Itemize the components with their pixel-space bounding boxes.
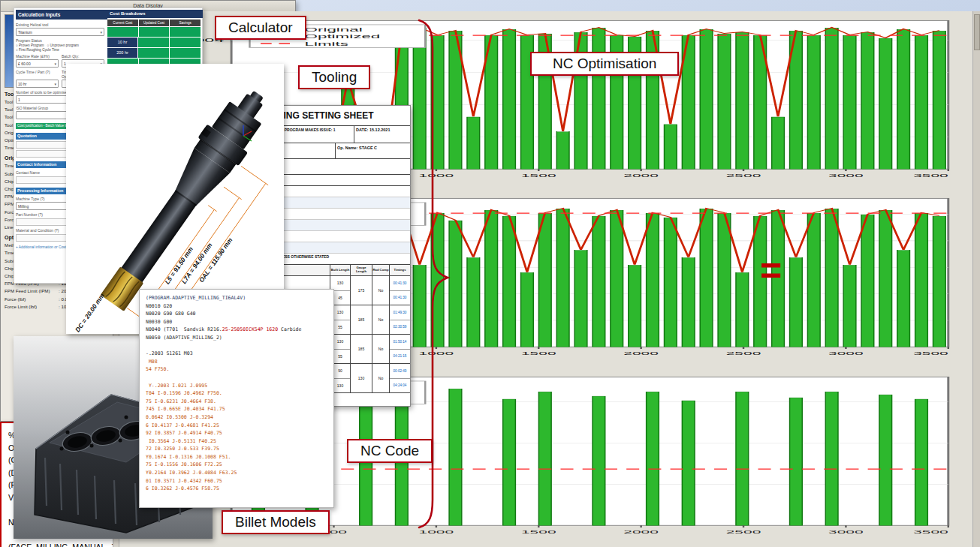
chevron-down-icon: ▾: [54, 82, 56, 86]
code-line: N0020 G90 G80 G40: [146, 310, 327, 318]
cost-table-row: [107, 27, 201, 37]
vertical-scrollbar[interactable]: [972, 11, 980, 547]
cost-cell: [138, 38, 169, 47]
sheet-column-header: Timings: [390, 265, 410, 275]
svg-text:Original: Original: [305, 28, 363, 33]
nc-code-page: (PROGRAM-ADAPTIVE_MILLING_TI6AL4V)N0010 …: [139, 289, 334, 508]
code-line: 92 I0.3857 J-0.4914 F40.75: [146, 429, 327, 437]
code-line: 75 I-0.1556 J0.1606 F72.25: [146, 461, 327, 469]
code-line: I0.3564 J-0.5131 F40.25: [146, 437, 327, 446]
svg-text:3500: 3500: [913, 529, 948, 534]
label-nc-code: NC Code: [347, 439, 433, 463]
cost-cell: [138, 48, 169, 58]
cost-table-row: 200 hr: [107, 48, 201, 58]
form-select[interactable]: Titanium▾: [16, 28, 104, 36]
code-line: Y0.1674 I-0.1316 J0.1008 F51.: [146, 453, 327, 461]
cost-breakdown-header: Cost Breakdown: [107, 10, 203, 18]
svg-text:2000: 2000: [623, 529, 659, 534]
gauge-length-cell: 185: [351, 335, 372, 363]
svg-text:2000: 2000: [623, 173, 659, 178]
code-line: T04 I-0.1596 J0.4962 F750.: [146, 389, 327, 398]
code-line: Y-.2003 I.021 J.0995: [146, 382, 327, 390]
svg-text:2000: 2000: [623, 351, 659, 356]
form-label: Batch Qty:: [62, 54, 104, 59]
gauge-length-cell: 185: [351, 305, 372, 334]
label-billet-models: Billet Models: [222, 510, 330, 534]
cost-cell: [170, 48, 201, 58]
sheet-column-header: Gauge Length: [351, 265, 372, 275]
chevron-down-icon: ▾: [100, 30, 102, 35]
svg-text:1500: 1500: [521, 351, 556, 356]
code-line: M08: [146, 358, 327, 366]
form-label: Cycle Time / Part (?): [16, 70, 59, 79]
form-row: Machine Rate (£/Hr)Batch Qty:: [16, 52, 104, 59]
radio-option[interactable]: ○ First Roughing Cycle Time: [16, 48, 59, 52]
code-line: [146, 374, 327, 382]
svg-text:1500: 1500: [521, 173, 556, 178]
sheet-date: DATE: 15.12.2021: [354, 126, 410, 143]
code-line: N0010 G20: [146, 302, 327, 311]
slide-canvas: Calculation Inputs Cost Breakdown Curren…: [0, 0, 980, 547]
equals-sign: =: [760, 249, 782, 293]
dim-dc: DC = 20.00 mm: [74, 292, 106, 334]
svg-text:3500: 3500: [913, 351, 948, 356]
code-line: [146, 342, 327, 350]
sheet-column-header: Built Length: [330, 265, 351, 275]
form-select[interactable]: £ 60.00▾: [16, 59, 59, 68]
form-label: Program Status: [16, 38, 104, 43]
timings-cell: 00:41:3000:41:30: [390, 276, 410, 305]
chevron-down-icon: ▾: [54, 62, 56, 66]
code-line: 75 I-0.6231 J0.4664 F38.: [146, 398, 327, 406]
sheet-column-header: Rad Comp: [372, 265, 390, 275]
form-radio-group[interactable]: ○ Proven Program○ Unproven program: [16, 44, 104, 47]
gauge-length-cell: 175: [351, 276, 372, 305]
rad-comp-cell: No: [372, 335, 390, 363]
svg-text:3000: 3000: [828, 173, 864, 178]
cost-column-header: Updated Cost: [139, 20, 170, 26]
radio-option[interactable]: ○ Unproven program: [47, 44, 79, 47]
svg-text:3000: 3000: [828, 351, 864, 356]
machine-hours-label: 10 hr: [107, 38, 137, 47]
svg-text:2500: 2500: [726, 173, 761, 178]
program-issue-box: THIS PROGRAM MAKES ISSUE: 1: [273, 126, 354, 143]
code-line: N0040 (T701 Sandvik R216.25-25050ICK54P …: [146, 326, 327, 334]
code-line: 745 I-0.665E J0.4034 F41.75: [146, 405, 327, 413]
tool-shank: [121, 190, 197, 283]
radio-option[interactable]: ○ Proven Program: [16, 44, 44, 47]
svg-text:3500: 3500: [913, 173, 948, 178]
code-line: N0030 G00: [146, 318, 327, 326]
code-line: 6 I0.4137 J-0.4681 F41.25: [146, 422, 327, 430]
cost-table-row: 10 hr: [107, 38, 201, 47]
form-select[interactable]: 10 hr▾: [16, 80, 59, 88]
svg-text:2500: 2500: [726, 351, 761, 356]
code-line: N0050 (ADAPTIVE_MILLING_2): [146, 334, 327, 342]
cost-cell: [170, 38, 201, 47]
timings-cell: 01:49:3002:30:59: [390, 305, 410, 334]
code-line: (PROGRAM-ADAPTIVE_MILLING_TI6AL4V): [146, 294, 327, 302]
timings-cell: 01:50:1404:21:15: [390, 335, 410, 363]
batch-hours-label: 200 hr: [107, 48, 137, 58]
code-line: 01 I0.3571 J-0.4342 F60.75: [146, 477, 327, 485]
code-line: 72 I0.3250 J-0.533 F39.75: [146, 445, 327, 453]
cost-cell: [107, 27, 138, 37]
form-label: Machine Rate (£/Hr): [16, 54, 59, 59]
cost-cell: [170, 27, 201, 37]
label-tooling: Tooling: [298, 65, 370, 89]
cost-cell: [139, 27, 170, 37]
gauge-length-cell: 130: [351, 364, 372, 392]
cost-column-header: Current Cost: [107, 20, 138, 26]
svg-text:2500: 2500: [726, 529, 761, 534]
svg-text:Optimized: Optimized: [305, 35, 381, 40]
svg-text:3000: 3000: [828, 529, 864, 534]
rad-comp-cell: No: [372, 276, 390, 305]
scrollbar-thumb[interactable]: [974, 14, 980, 50]
cost-column-header: Savings: [170, 20, 201, 26]
op-name: Op. Name: STAGE C: [336, 143, 410, 158]
code-line: 54 F750.: [146, 365, 327, 374]
rad-comp-cell: No: [372, 364, 390, 392]
svg-text:1500: 1500: [521, 529, 556, 534]
calculation-inputs-header: Calculation Inputs: [16, 10, 107, 20]
cost-table-header-row: Current CostUpdated CostSavings: [107, 20, 201, 26]
code-line: Y0.2164 I0.3962 J-0.4084 F63.25: [146, 469, 327, 477]
timings-cell: 00:02:4904:24:04: [390, 364, 410, 392]
